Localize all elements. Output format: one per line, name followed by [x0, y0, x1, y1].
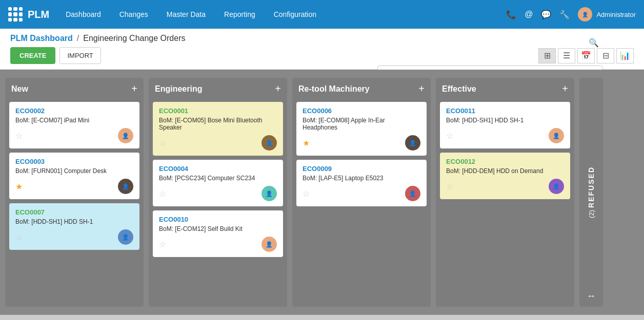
card-eco0010-star[interactable]: ☆ — [159, 240, 166, 249]
card-eco0004-footer: ☆ 👤 — [159, 186, 277, 201]
card-eco0006-star[interactable]: ★ — [303, 138, 310, 148]
card-eco0002[interactable]: ECO0002 BoM: [E-COM07] iPad Mini ☆ 👤 — [9, 102, 139, 148]
card-eco0004-bom: BoM: [PCSC234] Computer SC234 — [159, 175, 277, 182]
card-eco0003-star[interactable]: ★ — [15, 182, 23, 191]
logo-area: PLM — [8, 7, 49, 22]
card-eco0006-avatar: 👤 — [405, 135, 420, 151]
column-effective: Effective + ECO0011 BoM: [HDD-SH1] HDD S… — [436, 78, 574, 307]
card-eco0003-avatar: 👤 — [118, 179, 133, 194]
card-eco0004[interactable]: ECO0004 BoM: [PCSC234] Computer SC234 ☆ … — [153, 160, 283, 206]
card-eco0011-bom: BoM: [HDD-SH1] HDD SH-1 — [446, 117, 564, 124]
nav-dashboard[interactable]: Dashboard — [62, 8, 105, 20]
column-new: New + ECO0002 BoM: [E-COM07] iPad Mini ☆… — [5, 78, 144, 307]
card-eco0007-avatar: 👤 — [118, 229, 133, 245]
column-new-header: New + — [5, 78, 144, 100]
nav-changes[interactable]: Changes — [115, 8, 152, 20]
card-eco0010[interactable]: ECO0010 BoM: [E-COM12] Self Build Kit ☆ … — [153, 210, 283, 257]
column-new-title: New — [11, 84, 28, 94]
card-eco0012[interactable]: ECO0012 BoM: [HDD-DEM] HDD on Demand ☆ 👤 — [440, 153, 570, 199]
column-engineering-add-button[interactable]: + — [275, 83, 281, 95]
list-view-button[interactable]: ☰ — [558, 48, 575, 63]
card-eco0010-avatar: 👤 — [261, 237, 277, 252]
card-eco0004-id: ECO0004 — [159, 165, 277, 173]
card-eco0003-footer: ★ 👤 — [15, 179, 133, 194]
card-eco0002-star[interactable]: ☆ — [15, 131, 23, 141]
card-eco0010-id: ECO0010 — [159, 216, 277, 223]
cloud-icon[interactable]: 💬 — [541, 10, 551, 19]
create-button[interactable]: CREATE — [10, 47, 55, 64]
column-effective-add-button[interactable]: + — [562, 83, 568, 95]
nav-menu: Dashboard Changes Master Data Reporting … — [62, 8, 494, 20]
card-eco0006-id: ECO0006 — [303, 107, 420, 115]
card-eco0001-star[interactable]: ☆ — [159, 138, 166, 148]
card-eco0003-id: ECO0003 — [15, 158, 133, 165]
card-eco0007-footer: ☆ 👤 — [15, 229, 133, 245]
card-eco0012-footer: ☆ 👤 — [446, 179, 564, 194]
column-effective-header: Effective + — [436, 78, 574, 100]
card-eco0007-star[interactable]: ☆ — [15, 232, 23, 242]
column-engineering-header: Engineering + — [149, 78, 287, 100]
card-eco0011[interactable]: ECO0011 BoM: [HDD-SH1] HDD SH-1 ☆ 👤 — [440, 102, 570, 148]
column-refused[interactable]: REFUSED (2) ↔ — [579, 78, 603, 307]
app-title: PLM — [28, 9, 49, 20]
card-eco0001-id: ECO0001 — [159, 107, 277, 115]
card-eco0001-bom: BoM: [E-COM05] Bose Mini Bluetooth Speak… — [159, 117, 277, 131]
card-eco0009-star[interactable]: ☆ — [303, 189, 310, 199]
card-eco0001[interactable]: ECO0001 BoM: [E-COM05] Bose Mini Bluetoo… — [153, 102, 283, 156]
column-retool-add-button[interactable]: + — [418, 83, 425, 95]
chart-view-button[interactable]: 📊 — [616, 48, 634, 63]
card-eco0004-avatar: 👤 — [261, 186, 277, 201]
nav-master-data[interactable]: Master Data — [163, 8, 210, 20]
card-eco0004-star[interactable]: ☆ — [159, 189, 166, 199]
card-eco0006-footer: ★ 👤 — [303, 135, 420, 151]
kanban-view-button[interactable]: ⊞ — [538, 48, 556, 63]
table-view-button[interactable]: ⊟ — [597, 48, 614, 63]
action-row: CREATE IMPORT ⊞ ☰ 📅 ⊟ 📊 — [10, 47, 634, 64]
card-eco0006[interactable]: ECO0006 BoM: [E-COM08] Apple In-Ear Head… — [296, 102, 427, 156]
card-eco0003-bom: BoM: [FURN001] Computer Desk — [15, 167, 133, 175]
card-eco0011-id: ECO0011 — [446, 107, 564, 115]
card-eco0011-avatar: 👤 — [549, 128, 564, 143]
card-eco0012-star[interactable]: ☆ — [446, 182, 453, 191]
card-eco0012-bom: BoM: [HDD-DEM] HDD on Demand — [446, 167, 564, 175]
card-eco0002-footer: ☆ 👤 — [15, 128, 133, 143]
card-eco0010-bom: BoM: [E-COM12] Self Build Kit — [159, 225, 277, 232]
card-eco0009-avatar: 👤 — [405, 186, 420, 201]
card-eco0009[interactable]: ECO0009 BoM: [LAP-E5] Laptop E5023 ☆ 👤 — [296, 160, 427, 206]
wrench-icon[interactable]: 🔧 — [559, 10, 570, 19]
at-icon[interactable]: @ — [525, 10, 533, 19]
column-new-add-button[interactable]: + — [131, 83, 137, 95]
phone-icon[interactable]: 📞 — [506, 10, 516, 19]
grid-icon — [8, 7, 23, 22]
card-eco0009-footer: ☆ 👤 — [303, 186, 420, 201]
user-menu[interactable]: 👤 Administrator — [578, 7, 636, 22]
top-navigation: PLM Dashboard Changes Master Data Report… — [0, 0, 644, 29]
refused-label: REFUSED — [587, 166, 595, 208]
card-eco0007-bom: BoM: [HDD-SH1] HDD SH-1 — [15, 218, 133, 225]
card-eco0001-avatar: 👤 — [261, 135, 277, 151]
kanban-board: New + ECO0002 BoM: [E-COM07] iPad Mini ☆… — [0, 70, 644, 315]
column-retool: Re-tool Machinery + ECO0006 BoM: [E-COM0… — [292, 78, 431, 307]
toolbar-area: PLM Dashboard / Engineering Change Order… — [0, 29, 644, 70]
breadcrumb-link[interactable]: PLM Dashboard — [10, 34, 73, 43]
user-name: Administrator — [596, 11, 636, 18]
action-buttons: CREATE IMPORT — [10, 47, 101, 64]
card-eco0011-star[interactable]: ☆ — [446, 131, 453, 141]
card-eco0007-id: ECO0007 — [15, 208, 133, 216]
import-button[interactable]: IMPORT — [59, 47, 100, 64]
column-engineering: Engineering + ECO0001 BoM: [E-COM05] Bos… — [149, 78, 287, 307]
column-retool-title: Re-tool Machinery — [298, 84, 370, 94]
card-eco0010-footer: ☆ 👤 — [159, 237, 277, 252]
calendar-view-button[interactable]: 📅 — [577, 48, 595, 63]
card-eco0007[interactable]: ECO0007 BoM: [HDD-SH1] HDD SH-1 ☆ 👤 — [9, 203, 139, 250]
card-eco0009-id: ECO0009 — [303, 165, 420, 173]
breadcrumb-separator: / — [77, 34, 79, 43]
breadcrumb: PLM Dashboard / Engineering Change Order… — [10, 34, 634, 43]
nav-reporting[interactable]: Reporting — [220, 8, 259, 20]
refused-count: (2) — [588, 210, 595, 218]
card-eco0003[interactable]: ECO0003 BoM: [FURN001] Computer Desk ★ 👤 — [9, 153, 139, 199]
column-engineering-cards: ECO0001 BoM: [E-COM05] Bose Mini Bluetoo… — [149, 100, 287, 261]
card-eco0002-avatar: 👤 — [118, 128, 133, 143]
nav-configuration[interactable]: Configuration — [270, 8, 320, 20]
search-icon[interactable]: 🔍 — [589, 38, 599, 48]
